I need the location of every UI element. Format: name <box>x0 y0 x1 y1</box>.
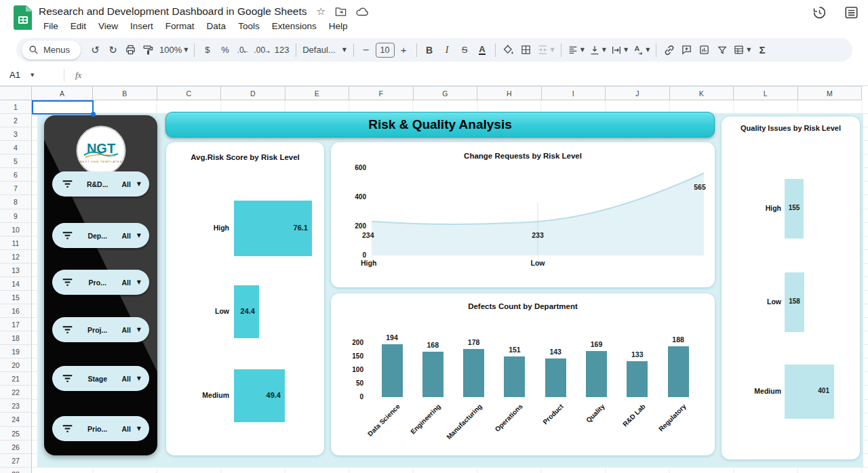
vertical-align-button[interactable]: ▼ <box>587 41 608 59</box>
filter-pill-r&d[interactable]: R&D...All▼ <box>52 171 149 197</box>
column-header-F[interactable]: F <box>349 86 414 100</box>
borders-button[interactable] <box>517 41 534 59</box>
row-header-15[interactable]: 15 <box>0 291 32 304</box>
filter-pill-prio[interactable]: Prio...All▼ <box>52 416 149 441</box>
more-formats-button[interactable]: 123 <box>273 41 292 59</box>
redo-button[interactable]: ↻ <box>104 41 121 59</box>
cloud-status-icon[interactable] <box>356 7 369 16</box>
insert-link-button[interactable] <box>660 41 677 59</box>
menu-file[interactable]: File <box>39 20 63 33</box>
row-header-18[interactable]: 18 <box>0 331 32 345</box>
selected-cell-A1[interactable] <box>32 100 94 115</box>
insert-chart-button[interactable] <box>696 41 713 59</box>
menu-view[interactable]: View <box>94 20 123 33</box>
row-header-16[interactable]: 16 <box>0 304 32 318</box>
star-icon[interactable]: ☆ <box>317 5 326 18</box>
insert-comment-button[interactable] <box>678 41 695 59</box>
print-button[interactable] <box>122 41 139 59</box>
filter-pill-proj[interactable]: Proj...All▼ <box>52 317 149 342</box>
column-header-L[interactable]: L <box>734 86 798 100</box>
row-header-20[interactable]: 20 <box>0 358 32 372</box>
column-header-H[interactable]: H <box>477 86 542 100</box>
search-menus-button[interactable]: Menus <box>22 41 81 60</box>
row-header-7[interactable]: 7 <box>0 182 32 195</box>
menu-extensions[interactable]: Extensions <box>267 20 321 33</box>
column-header-G[interactable]: G <box>414 86 478 100</box>
menu-tools[interactable]: Tools <box>233 20 264 33</box>
row-header-11[interactable]: 11 <box>0 236 32 250</box>
row-header-13[interactable]: 13 <box>0 264 32 277</box>
row-header-2[interactable]: 2 <box>0 114 32 127</box>
column-header-D[interactable]: D <box>221 86 285 100</box>
row-header-5[interactable]: 5 <box>0 155 32 168</box>
filter-pill-dep[interactable]: Dep...All▼ <box>52 223 149 248</box>
menu-insert[interactable]: Insert <box>125 20 158 33</box>
text-color-button[interactable]: A <box>474 41 491 59</box>
table-tools-button[interactable]: ▼ <box>731 41 753 59</box>
name-box[interactable]: A1▼ <box>0 70 60 80</box>
strikethrough-button[interactable]: S <box>456 41 473 59</box>
menu-edit[interactable]: Edit <box>66 20 91 33</box>
column-header-C[interactable]: C <box>157 86 222 100</box>
formula-input[interactable] <box>81 64 868 85</box>
create-filter-button[interactable] <box>713 41 730 59</box>
row-header-1[interactable]: 1 <box>0 100 32 114</box>
format-percent-button[interactable]: % <box>216 41 233 59</box>
row-header-8[interactable]: 8 <box>0 195 32 209</box>
zoom-select[interactable]: 100%▼ <box>157 41 190 59</box>
select-all-corner[interactable] <box>0 86 32 100</box>
paint-format-button[interactable] <box>140 41 157 59</box>
font-size-input[interactable]: 10 <box>376 43 395 58</box>
row-header-6[interactable]: 6 <box>0 168 32 182</box>
fill-handle[interactable] <box>91 112 96 117</box>
row-header-4[interactable]: 4 <box>0 141 32 155</box>
functions-icon[interactable]: Σ <box>753 41 770 59</box>
increase-font-size-button[interactable]: + <box>395 41 412 59</box>
column-header-E[interactable]: E <box>285 86 350 100</box>
undo-button[interactable]: ↺ <box>87 41 104 59</box>
text-wrap-button[interactable]: ▼ <box>609 41 630 59</box>
column-header-M[interactable]: M <box>798 86 863 100</box>
filter-pill-stage[interactable]: StageAll▼ <box>52 366 149 391</box>
row-header-28[interactable]: 28 <box>0 468 32 473</box>
menu-data[interactable]: Data <box>202 20 231 33</box>
filter-pill-pro[interactable]: Pro...All▼ <box>52 270 149 295</box>
row-header-27[interactable]: 27 <box>0 454 32 468</box>
move-folder-icon[interactable] <box>335 7 347 17</box>
version-history-icon[interactable] <box>812 5 827 22</box>
column-header-K[interactable]: K <box>670 86 734 100</box>
row-header-24[interactable]: 24 <box>0 413 32 426</box>
horizontal-align-button[interactable]: ▼ <box>566 41 587 59</box>
row-header-17[interactable]: 17 <box>0 318 32 331</box>
decrease-decimal-button[interactable]: .0← <box>234 41 251 59</box>
row-header-21[interactable]: 21 <box>0 372 32 386</box>
menu-help[interactable]: Help <box>324 20 353 33</box>
text-rotation-button[interactable]: ▼ <box>631 41 652 59</box>
row-header-3[interactable]: 3 <box>0 127 32 141</box>
row-header-9[interactable]: 9 <box>0 209 32 223</box>
increase-decimal-button[interactable]: .00→ <box>252 41 271 59</box>
column-header-B[interactable]: B <box>93 86 157 100</box>
row-header-22[interactable]: 22 <box>0 386 32 399</box>
row-header-25[interactable]: 25 <box>0 427 32 440</box>
google-sheets-logo-icon[interactable] <box>14 5 32 30</box>
merge-cells-button[interactable]: ▼ <box>535 41 557 59</box>
reading-list-icon[interactable] <box>844 6 859 22</box>
decrease-font-size-button[interactable]: − <box>358 41 375 59</box>
document-title[interactable]: Research and Development Dashboard in Go… <box>39 5 307 18</box>
bold-button[interactable]: B <box>421 41 438 59</box>
fill-color-button[interactable] <box>500 41 517 59</box>
italic-button[interactable]: I <box>439 41 456 59</box>
format-currency-button[interactable]: $ <box>199 41 216 59</box>
row-header-12[interactable]: 12 <box>0 250 32 264</box>
row-header-10[interactable]: 10 <box>0 223 32 236</box>
row-header-26[interactable]: 26 <box>0 440 32 454</box>
font-select[interactable]: Defaul...▼ <box>300 41 349 59</box>
menu-format[interactable]: Format <box>161 20 199 33</box>
row-header-14[interactable]: 14 <box>0 277 32 291</box>
row-header-19[interactable]: 19 <box>0 345 32 358</box>
column-header-J[interactable]: J <box>606 86 670 100</box>
row-header-23[interactable]: 23 <box>0 399 32 413</box>
column-header-A[interactable]: A <box>32 86 93 100</box>
column-header-I[interactable]: I <box>542 86 606 100</box>
